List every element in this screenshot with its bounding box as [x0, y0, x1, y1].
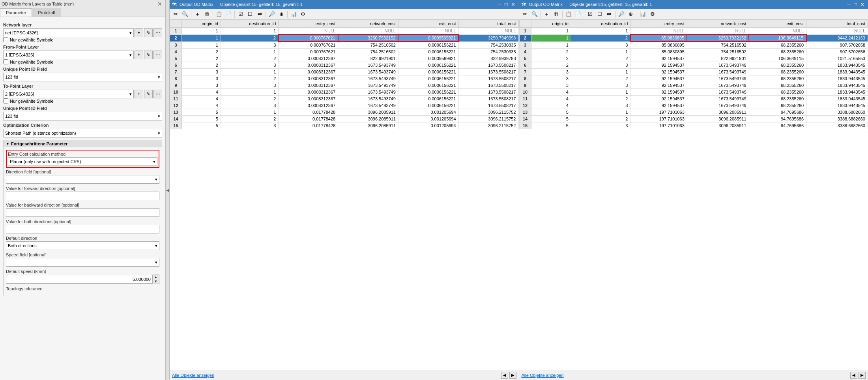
- network-layer-checkbox[interactable]: [3, 37, 8, 42]
- cell-origin_id[interactable]: 1: [182, 41, 221, 49]
- cell-network_cost[interactable]: 1673.5493749: [687, 102, 749, 109]
- cell-entry_cost[interactable]: 197.7101063: [630, 122, 687, 129]
- cell-entry_cost[interactable]: 0.01778428: [279, 109, 338, 116]
- cell-origin_id[interactable]: 5: [531, 122, 571, 129]
- cell-network_cost[interactable]: 1673.5493749: [687, 75, 749, 82]
- cell-network_cost[interactable]: 1673.5493749: [338, 102, 398, 109]
- cell-network_cost[interactable]: 1673.5493749: [687, 69, 749, 75]
- table2-footer-btn2[interactable]: ▶: [859, 372, 866, 379]
- cell-origin_id[interactable]: 5: [182, 109, 221, 116]
- cell-total_cost[interactable]: 3250.7949398: [458, 34, 518, 41]
- cell-destination_id[interactable]: 2: [221, 96, 278, 102]
- close-button[interactable]: ✕: [156, 1, 164, 7]
- cell-exit_cost[interactable]: 0.001205694: [398, 116, 458, 122]
- cell-network_cost[interactable]: 3096.2085911: [687, 116, 749, 122]
- cell-exit_cost[interactable]: 0.0006156221: [398, 62, 458, 69]
- cell-entry_cost[interactable]: 92.1594537: [630, 55, 687, 62]
- network-layer-edit-btn[interactable]: ✎: [144, 28, 153, 37]
- cell-exit_cost[interactable]: 68.2355260: [749, 62, 806, 69]
- table-row[interactable]: 5220.0008312367822.99219010.000956992182…: [170, 55, 519, 62]
- tab-protokoll[interactable]: Protokoll: [32, 8, 61, 17]
- table-row[interactable]: 13510.017784283096.20859110.001205694309…: [170, 109, 519, 116]
- table-row[interactable]: 73192.15945371673.549374968.23552601833.…: [519, 69, 868, 75]
- table2-deselect-btn[interactable]: ☐: [595, 10, 604, 19]
- cell-entry_cost[interactable]: 0.000767621: [279, 41, 338, 49]
- cell-destination_id[interactable]: 1: [571, 28, 630, 35]
- cell-destination_id[interactable]: 3: [571, 41, 630, 49]
- table1-footer-btn1[interactable]: ◀: [501, 372, 508, 379]
- table-row[interactable]: 62392.15945371673.549374968.23552601833.…: [519, 62, 868, 69]
- cell-total_cost[interactable]: 1673.5508217: [458, 69, 518, 75]
- speed-decrement-btn[interactable]: ▼: [153, 279, 159, 284]
- table-row[interactable]: 2120.0007676213250.79321520.000956992132…: [170, 34, 519, 41]
- cell-exit_cost[interactable]: 68.2355260: [749, 82, 806, 89]
- cell-origin_id[interactable]: 3: [531, 75, 571, 82]
- cell-exit_cost[interactable]: 68.2355260: [749, 69, 806, 75]
- table2-col-dest[interactable]: destination_id: [571, 20, 630, 28]
- table-row[interactable]: 31385.0830895754.251650268.2355260907.57…: [519, 41, 868, 49]
- cell-origin_id[interactable]: 5: [182, 116, 221, 122]
- cell-total_cost[interactable]: 1673.5508217: [458, 75, 518, 82]
- cell-entry_cost[interactable]: 197.7101063: [630, 109, 687, 116]
- to-point-more-btn[interactable]: ⋯: [153, 90, 162, 98]
- cell-destination_id[interactable]: 3: [221, 82, 278, 89]
- cell-destination_id[interactable]: 1: [221, 49, 278, 55]
- cell-total_cost[interactable]: 754.2530335: [458, 41, 518, 49]
- cell-entry_cost[interactable]: 92.1594537: [630, 62, 687, 69]
- cell-exit_cost[interactable]: 0.0006156221: [398, 75, 458, 82]
- cell-exit_cost[interactable]: NULL: [398, 28, 458, 35]
- table-row[interactable]: 12430.00083123671673.54937490.0006156221…: [170, 102, 519, 109]
- both-directions-input[interactable]: [6, 225, 159, 233]
- cell-entry_cost[interactable]: 0.0008312367: [279, 89, 338, 96]
- from-point-add-btn[interactable]: +: [135, 51, 143, 59]
- cell-exit_cost[interactable]: 0.0009569921: [398, 55, 458, 62]
- cell-entry_cost[interactable]: 0.0008312367: [279, 69, 338, 75]
- to-point-edit-btn[interactable]: ✎: [144, 90, 153, 98]
- tab-parameter[interactable]: Parameter: [0, 8, 32, 17]
- cell-destination_id[interactable]: 2: [571, 116, 630, 122]
- cell-origin_id[interactable]: 5: [182, 122, 221, 129]
- table2-show-all-link[interactable]: Alle Objekte anzeigen: [522, 373, 564, 378]
- table2-pencil-btn[interactable]: ✏: [521, 10, 529, 19]
- unique-id-from-combo[interactable]: 123 fid ▾: [3, 73, 162, 81]
- cell-origin_id[interactable]: 1: [182, 28, 221, 35]
- cell-network_cost[interactable]: 1673.5493749: [338, 89, 398, 96]
- table2-zoom-btn[interactable]: 🔎: [617, 10, 626, 19]
- cell-destination_id[interactable]: 1: [221, 28, 278, 35]
- cell-network_cost[interactable]: 1673.5493749: [338, 96, 398, 102]
- cell-exit_cost[interactable]: 68.2355260: [749, 102, 806, 109]
- table2-minimize-btn[interactable]: ─: [846, 2, 852, 8]
- cell-entry_cost[interactable]: 0.01778428: [279, 122, 338, 129]
- cell-origin_id[interactable]: 2: [182, 62, 221, 69]
- cell-total_cost[interactable]: 1833.9443545: [806, 89, 868, 96]
- table2-maximize-btn[interactable]: □: [853, 2, 858, 8]
- speed-increment-btn[interactable]: ▲: [153, 275, 159, 279]
- cell-total_cost[interactable]: 3096.2115752: [458, 122, 518, 129]
- cell-exit_cost[interactable]: 68.2355260: [749, 96, 806, 102]
- table1-settings-btn[interactable]: ⚙: [299, 10, 307, 19]
- cell-network_cost[interactable]: 3096.2085911: [687, 122, 749, 129]
- cell-total_cost[interactable]: 3096.2115752: [458, 116, 518, 122]
- cell-destination_id[interactable]: 3: [221, 62, 278, 69]
- cell-destination_id[interactable]: 3: [221, 122, 278, 129]
- table1-stats-btn[interactable]: 📊: [289, 10, 298, 19]
- cell-entry_cost[interactable]: 0.000767621: [279, 49, 338, 55]
- cell-total_cost[interactable]: 1833.9443545: [806, 69, 868, 75]
- cell-origin_id[interactable]: 4: [531, 96, 571, 102]
- forward-direction-input[interactable]: [6, 192, 159, 200]
- cell-origin_id[interactable]: 3: [182, 82, 221, 89]
- cell-origin_id[interactable]: 3: [531, 69, 571, 75]
- cell-total_cost[interactable]: 3096.2115752: [458, 109, 518, 116]
- cell-entry_cost[interactable]: 0.0008312367: [279, 96, 338, 102]
- table-row[interactable]: 11420.00083123671673.54937490.0006156221…: [170, 96, 519, 102]
- table1-minimize-btn[interactable]: ─: [496, 2, 502, 8]
- cell-entry_cost[interactable]: 0.0008312367: [279, 82, 338, 89]
- cell-exit_cost[interactable]: 0.001205694: [398, 122, 458, 129]
- to-point-layer-combo[interactable]: 2 [EPSG:4326] ▾: [3, 90, 134, 98]
- cell-entry_cost[interactable]: 0.0008312367: [279, 102, 338, 109]
- table-row[interactable]: 111NULLNULLNULLNULL: [519, 28, 868, 35]
- cell-exit_cost[interactable]: 0.0006156221: [398, 82, 458, 89]
- cell-total_cost[interactable]: 907.5702658: [806, 49, 868, 55]
- table-row[interactable]: 114292.15945371673.549374968.23552601833…: [519, 96, 868, 102]
- cell-network_cost[interactable]: 1673.5493749: [338, 75, 398, 82]
